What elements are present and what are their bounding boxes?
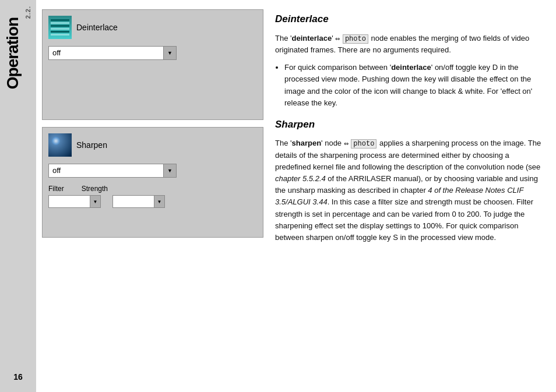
line1 (51, 19, 69, 21)
deinterlace-intro: The 'deinterlace' ⇔ photo node enables t… (275, 33, 547, 56)
deinterlace-bullets: For quick comparison between 'deinterlac… (284, 62, 547, 109)
photo-node-2: photo (351, 139, 376, 149)
sharpen-header: Sharpen (48, 133, 257, 157)
ui-panels: Deinterlace off ▼ Sharpen off ▼ Filter S… (42, 9, 263, 383)
deinterlace-dropdown-arrow[interactable]: ▼ (163, 47, 176, 59)
sharpen-text: The 'sharpen' node ⇔ photo applies a sha… (275, 137, 547, 243)
deinterlace-dropdown[interactable]: off ▼ (48, 46, 177, 60)
main-content: Deinterlace off ▼ Sharpen off ▼ Filter S… (36, 0, 556, 392)
filter-label: Filter (48, 185, 64, 193)
strength-label: Strength (82, 185, 108, 193)
filter-strength-labels: Filter Strength (48, 185, 257, 193)
page-number: 16 (13, 372, 23, 382)
strength-dropdown[interactable]: ▼ (112, 195, 165, 208)
deinterlace-dropdown-value: off (49, 46, 163, 60)
deinterlace-lines (51, 19, 69, 36)
filter-dropdown-arrow[interactable]: ▼ (90, 196, 100, 207)
sharpen-title: Sharpen (76, 140, 107, 150)
sharpen-bold: sharpen (292, 139, 322, 147)
small-dropdowns: ▼ ▼ (48, 195, 257, 208)
photo-node-1: photo (343, 34, 368, 44)
strength-dropdown-arrow[interactable]: ▼ (154, 196, 164, 207)
line4 (51, 28, 69, 30)
deinterlace-bullet-1: For quick comparison between 'deinterlac… (284, 62, 547, 109)
deinterlace-title: Deinterlace (76, 23, 118, 32)
deinterlace-bold: deinterlace (292, 34, 332, 43)
sidebar: 2.2. Operation 16 (0, 0, 36, 392)
sharpen-panel: Sharpen off ▼ Filter Strength ▼ ▼ (42, 127, 263, 238)
sharpen-dropdown[interactable]: off ▼ (48, 164, 177, 178)
chapter-label: Operation (3, 17, 22, 89)
deinterlace-section-title: Deinterlace (275, 12, 547, 27)
line2 (51, 22, 69, 24)
sharpen-highlight (52, 137, 60, 145)
text-content: Deinterlace The 'deinterlace' ⇔ photo no… (273, 9, 549, 383)
sharpen-section-title: Sharpen (275, 117, 547, 132)
sharpen-icon (48, 133, 72, 157)
deinterlace-icon (48, 16, 72, 39)
line6 (51, 34, 69, 36)
sharpen-dropdown-value: off (49, 164, 163, 178)
section-label: 2.2. (24, 6, 31, 19)
line5 (51, 31, 69, 33)
sharpen-dropdown-arrow[interactable]: ▼ (163, 164, 176, 177)
filter-dropdown[interactable]: ▼ (48, 195, 101, 208)
line3 (51, 25, 69, 27)
deinterlace-header: Deinterlace (48, 16, 257, 39)
deinterlace-panel: Deinterlace off ▼ (42, 9, 263, 120)
